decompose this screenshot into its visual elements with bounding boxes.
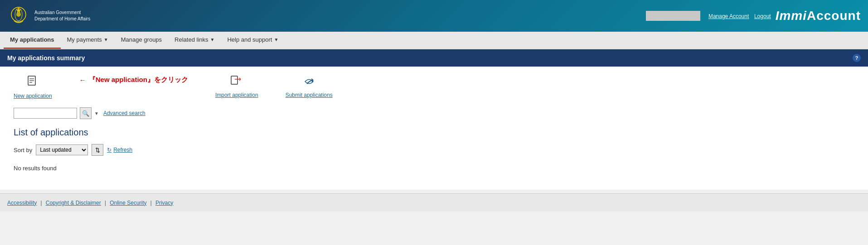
section-heading: My applications summary xyxy=(7,54,85,62)
submit-applications-label: Submit applications xyxy=(286,92,333,98)
refresh-link[interactable]: ↻ Refresh xyxy=(107,147,132,153)
nav-bar: My applications My payments ▼ Manage gro… xyxy=(0,32,868,49)
new-application-icon xyxy=(27,76,38,91)
top-bar-right: Manage Account Logout ImmiAccount xyxy=(646,9,861,23)
svg-rect-8 xyxy=(231,76,238,84)
coat-of-arms-icon xyxy=(7,5,30,27)
account-box xyxy=(646,11,700,21)
no-results: No results found xyxy=(0,159,868,190)
nav-related-links[interactable]: Related links ▼ xyxy=(168,32,221,49)
footer-privacy-link[interactable]: Privacy xyxy=(155,200,173,206)
annotation-text: 『New application』をクリック xyxy=(89,76,188,84)
sort-row: Sort by Last updated Application ID Appl… xyxy=(0,140,868,159)
import-application-action[interactable]: Import application xyxy=(215,76,258,98)
footer: Accessibility | Copyright & Disclaimer |… xyxy=(0,193,868,211)
new-application-action[interactable]: New application xyxy=(14,76,52,99)
footer-accessibility-link[interactable]: Accessibility xyxy=(7,200,37,206)
help-icon[interactable]: ? xyxy=(853,54,861,62)
submit-applications-icon xyxy=(303,76,315,90)
list-heading: List of applications xyxy=(0,123,868,140)
sort-order-button[interactable]: ⇅ xyxy=(92,144,103,156)
gov-line2: Department of Home Affairs xyxy=(34,16,90,22)
footer-copyright-link[interactable]: Copyright & Disclaimer xyxy=(46,200,101,206)
manage-account-link[interactable]: Manage Account xyxy=(708,13,749,19)
action-row: New application ← 『New application』をクリック… xyxy=(0,67,868,104)
chevron-down-icon-2: ▼ xyxy=(210,37,215,42)
search-icon: 🔍 xyxy=(82,110,89,117)
nav-my-payments[interactable]: My payments ▼ xyxy=(61,32,115,49)
search-input[interactable] xyxy=(14,108,77,119)
app-title-account: Account xyxy=(807,9,861,23)
chevron-down-icon-3: ▼ xyxy=(274,37,278,42)
app-title-immi: Immi xyxy=(776,9,807,23)
sort-select[interactable]: Last updated Application ID Application … xyxy=(36,144,88,155)
nav-help-support[interactable]: Help and support ▼ xyxy=(221,32,285,49)
gov-text: Australian Government Department of Home… xyxy=(34,10,90,22)
submit-applications-action[interactable]: Submit applications xyxy=(286,76,333,98)
nav-manage-groups[interactable]: Manage groups xyxy=(115,32,168,49)
new-application-label: New application xyxy=(14,93,52,99)
footer-sep-2: | xyxy=(105,199,106,206)
footer-online-security-link[interactable]: Online Security xyxy=(110,200,146,206)
logout-link[interactable]: Logout xyxy=(754,13,771,19)
gov-branding: Australian Government Department of Home… xyxy=(7,5,90,27)
footer-sep-1: | xyxy=(40,199,42,206)
main-content: My applications summary ? New applicatio… xyxy=(0,49,868,190)
nav-my-applications[interactable]: My applications xyxy=(4,32,61,49)
top-bar: Australian Government Department of Home… xyxy=(0,0,868,32)
section-header: My applications summary ? xyxy=(0,49,868,67)
import-application-icon xyxy=(231,76,242,90)
advanced-search-triangle-icon: ▼ xyxy=(94,111,99,116)
search-row: 🔍 ▼ Advanced search xyxy=(0,104,868,123)
footer-sep-3: | xyxy=(150,199,152,206)
chevron-down-icon: ▼ xyxy=(104,37,108,42)
refresh-icon: ↻ xyxy=(107,147,112,153)
gov-line1: Australian Government xyxy=(34,10,90,16)
app-title: ImmiAccount xyxy=(776,9,861,23)
import-application-label: Import application xyxy=(215,92,258,98)
advanced-search-link[interactable]: Advanced search xyxy=(103,110,145,116)
search-button[interactable]: 🔍 xyxy=(80,107,92,119)
annotation-arrow: ← xyxy=(79,76,86,84)
sort-order-icon: ⇅ xyxy=(95,147,100,154)
sort-label: Sort by xyxy=(14,147,32,154)
annotation: ← 『New application』をクリック xyxy=(79,76,188,84)
top-links: Manage Account Logout xyxy=(705,13,771,19)
